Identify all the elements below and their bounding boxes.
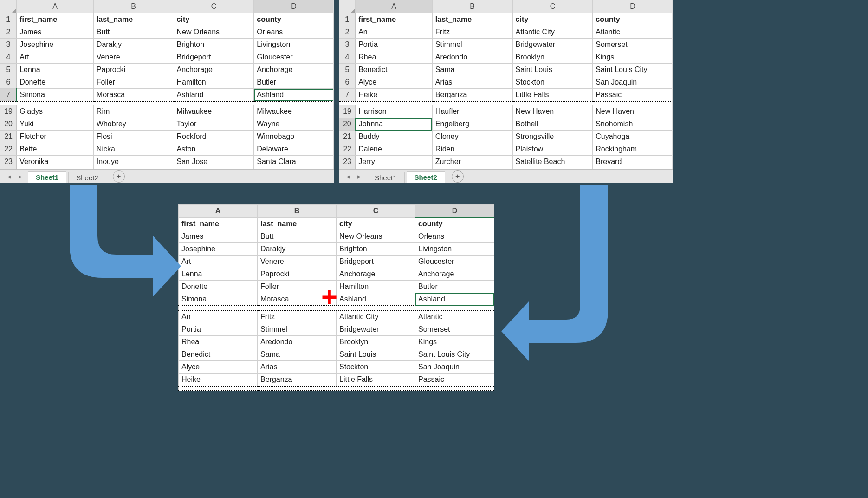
cell[interactable]: Brighton <box>337 243 415 256</box>
cell[interactable]: Butt <box>258 230 337 243</box>
row-header[interactable]: 20 <box>0 118 17 131</box>
cell[interactable]: Berganza <box>258 374 337 387</box>
cell[interactable]: Fletcher <box>17 131 94 143</box>
cell[interactable]: Bridgeport <box>337 256 415 268</box>
cell[interactable]: Aredondo <box>258 336 337 348</box>
cell[interactable]: Flosi <box>93 131 174 143</box>
cell[interactable]: Bette <box>17 143 94 156</box>
cell[interactable]: last_name <box>93 13 174 26</box>
row-header[interactable]: 4 <box>339 51 356 64</box>
cell[interactable]: Atlantic <box>593 26 673 39</box>
cell[interactable]: Benedict <box>179 348 258 361</box>
cell[interactable]: Paprocki <box>258 268 337 281</box>
cell[interactable]: New Haven <box>593 105 673 118</box>
cell[interactable]: Rhea <box>179 336 258 348</box>
cell[interactable]: Delaware <box>254 143 334 156</box>
cell[interactable]: Josephine <box>179 243 258 256</box>
cell[interactable]: Gladys <box>17 105 94 118</box>
cell[interactable]: Brooklyn <box>512 51 593 64</box>
cell[interactable]: Foller <box>93 76 174 89</box>
cell[interactable]: Livingston <box>415 243 494 256</box>
cell[interactable]: Art <box>179 256 258 268</box>
cell[interactable]: Passaic <box>593 89 673 102</box>
row-header[interactable]: 5 <box>0 64 17 76</box>
cell[interactable]: Somerset <box>593 39 673 51</box>
cell[interactable]: Darakjy <box>258 243 337 256</box>
cell[interactable]: Bothell <box>512 118 593 131</box>
cell[interactable]: Atlantic City <box>512 26 593 39</box>
cell[interactable]: Cloney <box>432 131 512 143</box>
cell[interactable]: New Orleans <box>174 26 254 39</box>
cell[interactable]: Stockton <box>337 361 415 374</box>
cell[interactable]: Saint Louis <box>337 348 415 361</box>
cell[interactable]: Anchorage <box>174 64 254 76</box>
cell[interactable]: Stimmel <box>258 323 337 336</box>
cell[interactable]: Snohomish <box>593 118 673 131</box>
row-header[interactable]: 4 <box>0 51 17 64</box>
cell[interactable]: last_name <box>258 217 337 230</box>
row-header[interactable]: 6 <box>339 76 356 89</box>
cell[interactable]: Portia <box>356 39 433 51</box>
cell[interactable]: Anchorage <box>415 268 494 281</box>
cell[interactable]: Saint Louis <box>512 64 593 76</box>
cell[interactable]: Winnebago <box>254 131 334 143</box>
cell[interactable]: Saint Louis City <box>415 348 494 361</box>
cell[interactable]: Arias <box>258 361 337 374</box>
cell[interactable]: Inouye <box>93 156 174 168</box>
cell[interactable]: Portia <box>179 323 258 336</box>
cell[interactable]: city <box>174 13 254 26</box>
add-sheet-button[interactable]: + <box>113 170 125 183</box>
column-header[interactable]: A <box>17 0 94 13</box>
tab-prev-button[interactable]: ◂ <box>5 172 13 181</box>
cell[interactable]: An <box>356 26 433 39</box>
cell[interactable]: An <box>179 310 258 323</box>
cell[interactable]: San Joaquin <box>593 76 673 89</box>
row-header[interactable]: 2 <box>339 26 356 39</box>
cell[interactable]: Sama <box>432 64 512 76</box>
row-header[interactable]: 7 <box>0 89 17 102</box>
cell[interactable]: first_name <box>17 13 94 26</box>
cell[interactable]: Alyce <box>179 361 258 374</box>
cell[interactable]: county <box>254 13 334 26</box>
sheet-grid[interactable]: ABCD1first_namelast_namecitycounty2James… <box>0 0 334 178</box>
cell[interactable]: Whobrey <box>93 118 174 131</box>
cell[interactable]: San Joaquin <box>415 361 494 374</box>
row-header[interactable]: 2 <box>0 26 17 39</box>
column-header[interactable]: B <box>258 205 337 218</box>
cell[interactable]: Ashland <box>415 293 494 306</box>
row-header[interactable]: 23 <box>0 156 17 168</box>
column-header[interactable]: A <box>179 205 258 218</box>
sheet-grid[interactable]: ABCD1first_namelast_namecitycounty2AnFri… <box>339 0 673 178</box>
cell[interactable]: Art <box>17 51 94 64</box>
cell[interactable]: Hamilton <box>174 76 254 89</box>
cell[interactable]: Bridgewater <box>512 39 593 51</box>
cell[interactable]: Nicka <box>93 143 174 156</box>
cell[interactable]: first_name <box>179 217 258 230</box>
cell[interactable]: Anchorage <box>254 64 334 76</box>
column-header[interactable]: C <box>512 0 593 13</box>
cell[interactable]: city <box>337 217 415 230</box>
cell[interactable]: Milwaukee <box>174 105 254 118</box>
cell[interactable]: Anchorage <box>337 268 415 281</box>
sheet-tab[interactable]: Sheet2 <box>407 171 445 183</box>
cell[interactable]: James <box>179 230 258 243</box>
cell[interactable]: Rhea <box>356 51 433 64</box>
cell[interactable]: Satellite Beach <box>512 156 593 168</box>
cell[interactable]: Simona <box>179 293 258 306</box>
cell[interactable]: Bridgewater <box>337 323 415 336</box>
cell[interactable]: Harrison <box>356 105 433 118</box>
cell[interactable]: Aston <box>174 143 254 156</box>
cell[interactable]: Lenna <box>17 64 94 76</box>
cell[interactable]: New Haven <box>512 105 593 118</box>
cell[interactable]: Donette <box>17 76 94 89</box>
cell[interactable]: Heike <box>356 89 433 102</box>
cell[interactable]: New Orleans <box>337 230 415 243</box>
cell[interactable]: Taylor <box>174 118 254 131</box>
cell[interactable]: Wayne <box>254 118 334 131</box>
column-header[interactable]: B <box>93 0 174 13</box>
row-header[interactable]: 19 <box>0 105 17 118</box>
cell[interactable]: Brevard <box>593 156 673 168</box>
sheet-tab[interactable]: Sheet2 <box>68 172 106 183</box>
scrollbar[interactable] <box>672 0 673 170</box>
cell[interactable]: Venere <box>93 51 174 64</box>
